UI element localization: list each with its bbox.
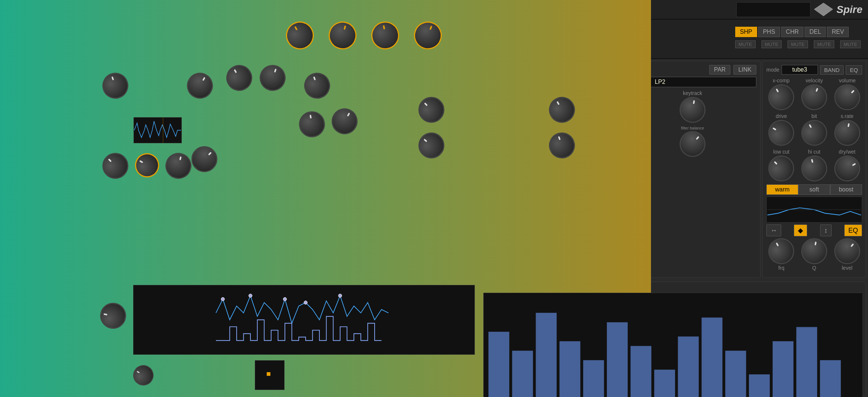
xcomp-label: x-comp [773,78,790,83]
level-group: level [832,238,862,271]
svg-rect-19 [749,374,770,397]
svg-rect-11 [559,341,580,397]
boost-btn[interactable]: boost [830,184,862,195]
fx-mode-label: mode [766,67,779,73]
par-btn[interactable]: PAR [709,65,731,75]
svg-point-7 [338,294,342,297]
srate-group: s.rate [832,113,862,146]
volume-knob[interactable] [829,79,866,116]
svg-rect-20 [772,341,793,397]
fx-eq-btn[interactable]: EQ [846,65,862,75]
xcomp-knob[interactable] [763,79,799,115]
fx-btn1[interactable]: ↔ [766,224,781,236]
step-display [133,285,475,355]
svg-rect-13 [606,322,627,397]
fx-mode-row: mode tube3 BAND EQ [766,65,862,75]
hicut-knob[interactable] [798,152,830,184]
fx-rev-tab[interactable]: REV [827,27,849,37]
warm-soft-boost-row: warm soft boost [766,184,862,195]
drywet-knob[interactable] [829,151,865,186]
srate-label: s.rate [841,113,854,119]
soft-btn[interactable]: soft [798,184,830,195]
xy-area [255,360,285,390]
filter-balance-label: filter balance [681,126,704,130]
frq-label: frq [778,265,784,271]
eq-curve-svg [767,197,862,222]
warm-btn[interactable]: warm [766,184,798,195]
level-knob[interactable] [829,233,865,270]
waveform-display [134,117,182,143]
fx-band-btn[interactable]: BAND [820,65,844,75]
arp-display [483,293,863,397]
lowcut-knob[interactable] [763,150,800,187]
svg-point-5 [283,298,286,301]
drive-group: drive [766,113,796,146]
svg-point-6 [304,301,307,304]
mute-shp[interactable]: MUTE [735,40,756,48]
link-btn[interactable]: LINK [733,65,756,75]
spire-icon [812,1,835,18]
fx-tabs: SHP PHS CHR DEL REV [735,27,861,37]
xcomp-vel-vol-row: x-comp velocity volume [766,78,862,110]
fx-velocity-label: velocity [806,78,823,83]
bit-group: bit [799,113,829,146]
level-label: level [842,265,852,271]
xcomp-group: x-comp [768,78,794,110]
fx-chr-tab[interactable]: CHR [781,27,804,37]
svg-rect-17 [701,318,722,397]
mute-chr[interactable]: MUTE [788,40,808,48]
fx-tabs-area: SHP PHS CHR DEL REV MUTE MUTE MUTE MUTE … [735,27,864,51]
svg-rect-9 [512,351,533,397]
fx-velocity-knob[interactable] [798,81,831,114]
level-meter-area [736,2,811,17]
svg-rect-18 [725,351,746,397]
waveform-svg [134,118,181,143]
svg-rect-10 [536,313,556,397]
lowcut-label: low cut [773,149,790,155]
mute-phs[interactable]: MUTE [762,40,782,48]
main-content: Spire ◀ ▶ MENU INIT Let's Rock! :..oo00.… [96,0,868,397]
eq-curve-area [766,197,862,223]
frq-group: frq [766,238,796,271]
brand-name: Spire [836,4,862,16]
keytrack-label: keytrack [683,90,702,96]
fx-eq-btn2[interactable]: EQ [844,224,862,236]
q-knob[interactable] [799,236,829,266]
keytrack-knob[interactable] [677,95,707,125]
q-group: Q [799,238,829,271]
mute-del[interactable]: MUTE [814,40,834,48]
drywet-label: dry/wet [839,149,855,155]
fx-mute-row: MUTE MUTE MUTE MUTE MUTE [735,40,861,48]
fx-del-tab[interactable]: DEL [805,27,826,37]
svg-rect-12 [583,360,604,397]
fx-btn3[interactable]: ↕ [820,224,832,236]
hicut-label: hi cut [808,149,820,155]
fx-bottom-btns: ↔ ◆ ↕ EQ [766,224,862,236]
bit-knob[interactable] [796,115,832,151]
step-display-svg [134,285,474,354]
svg-rect-22 [820,360,841,397]
fx-phs-tab[interactable]: PHS [758,27,780,37]
frq-q-level-row: frq Q level [766,238,862,271]
fx-mode-select[interactable]: tube3 [782,65,818,75]
filter-balance-knob[interactable] [674,126,711,163]
svg-rect-21 [796,327,817,397]
svg-rect-8 [488,332,509,397]
drywet-group: dry/wet [832,149,862,181]
frq-knob[interactable] [764,233,799,269]
srate-knob[interactable] [832,118,862,148]
lowcut-group: low cut [766,149,796,181]
svg-rect-14 [630,346,651,397]
drive-knob[interactable] [764,115,799,151]
volume-label: volume [839,78,856,83]
mute-rev[interactable]: MUTE [840,40,861,48]
fx-right-panel: mode tube3 BAND EQ x-comp velocity [762,61,866,278]
svg-point-3 [221,298,224,301]
q-label: Q [812,265,816,271]
svg-marker-0 [814,3,833,16]
fx-shp-tab[interactable]: SHP [735,27,757,37]
fx-btn2[interactable]: ◆ [794,224,807,236]
xy-point [267,372,270,376]
fx-knobs-grid: drive bit s.rate low cut [766,113,862,181]
hicut-group: hi cut [799,149,829,181]
